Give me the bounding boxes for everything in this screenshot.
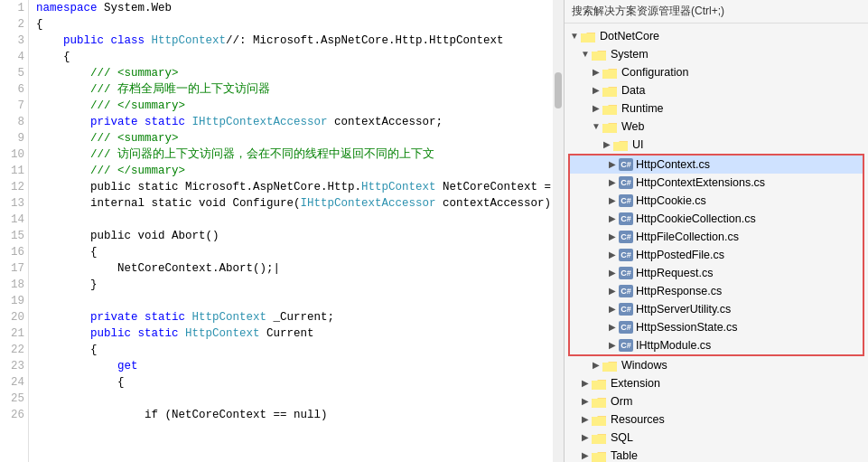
tree-item-httppostedfile[interactable]: ▶C#HttpPostedFile.cs <box>570 246 863 264</box>
tree-arrow[interactable]: ▶ <box>606 193 619 209</box>
folder-icon <box>592 448 608 462</box>
code-lines[interactable]: namespace System.Web{ public class HttpC… <box>29 0 553 462</box>
tree-arrow[interactable]: ▶ <box>606 156 619 173</box>
folder-icon <box>613 137 630 153</box>
tree-item-extension[interactable]: ▶Extension <box>565 374 868 392</box>
tree-arrow[interactable]: ▶ <box>606 337 619 354</box>
tree-item-label: Resources <box>611 411 665 428</box>
folder-icon <box>602 64 619 80</box>
tree-item-label: HttpResponse.cs <box>636 283 722 299</box>
tree-arrow[interactable]: ▶ <box>606 211 619 227</box>
svg-rect-5 <box>602 124 617 133</box>
svg-rect-4 <box>602 106 617 115</box>
tree-item-ihttpmodule[interactable]: ▶C#IHttpModule.cs <box>570 336 863 354</box>
code-line: /// 存档全局唯一的上下文访问器 <box>36 81 546 98</box>
folder-icon <box>592 375 608 391</box>
scrollbar-track[interactable] <box>553 0 564 462</box>
tree-item-label: Orm <box>611 393 632 410</box>
code-line: NetCoreContext.Abort();| <box>36 260 546 277</box>
tree-item-httpresponse[interactable]: ▶C#HttpResponse.cs <box>570 282 863 300</box>
tree-arrow[interactable]: ▶ <box>601 137 613 153</box>
tree-item-httpfilecollection[interactable]: ▶C#HttpFileCollection.cs <box>570 228 863 246</box>
red-border-group: ▶C#HttpContext.cs▶C#HttpContextExtension… <box>568 154 864 356</box>
scrollbar-thumb[interactable] <box>555 72 562 108</box>
explorer-header: 搜索解决方案资源管理器(Ctrl+;) <box>565 0 868 24</box>
tree-item-ui[interactable]: ▶UI <box>565 136 868 154</box>
tree-arrow[interactable]: ▶ <box>606 319 619 335</box>
tree-item-resources[interactable]: ▶Resources <box>565 410 868 429</box>
tree-item-label: HttpSessionState.cs <box>636 319 738 335</box>
code-line: /// </summary> <box>36 98 546 114</box>
tree-arrow[interactable]: ▶ <box>590 357 602 373</box>
tree-item-label: HttpServerUtility.cs <box>636 301 731 317</box>
tree-item-httpcontext[interactable]: ▶C#HttpContext.cs <box>570 156 863 174</box>
tree-item-httpcookiecollection[interactable]: ▶C#HttpCookieCollection.cs <box>570 210 863 228</box>
cs-file-icon: C# <box>619 176 633 189</box>
code-line: /// </summary> <box>36 163 546 179</box>
tree-arrow[interactable]: ▶ <box>590 100 602 117</box>
tree-item-windows[interactable]: ▶Windows <box>565 356 868 374</box>
tree-arrow[interactable]: ▶ <box>606 229 619 245</box>
tree-item-runtime[interactable]: ▶Runtime <box>565 99 868 118</box>
explorer-tree[interactable]: ▼DotNetCore▼System▶Configuration▶Data▶Ru… <box>565 24 868 462</box>
tree-item-data[interactable]: ▶Data <box>565 81 868 99</box>
code-line <box>36 212 546 228</box>
svg-rect-3 <box>602 88 617 97</box>
tree-item-label: HttpContextExtensions.cs <box>636 174 765 191</box>
svg-rect-6 <box>613 142 628 151</box>
tree-item-web[interactable]: ▼Web <box>565 118 868 136</box>
code-line: /// <summary> <box>36 130 546 146</box>
code-line: { <box>36 342 546 358</box>
tree-arrow[interactable]: ▼ <box>590 118 602 135</box>
tree-arrow[interactable]: ▶ <box>590 64 602 80</box>
svg-rect-12 <box>592 453 606 462</box>
code-line: { <box>36 244 546 260</box>
tree-item-orm[interactable]: ▶Orm <box>565 392 868 410</box>
tree-item-configuration[interactable]: ▶Configuration <box>565 63 868 81</box>
tree-item-label: HttpCookie.cs <box>636 193 706 209</box>
folder-icon <box>592 393 608 410</box>
folder-icon <box>602 100 619 117</box>
tree-arrow[interactable]: ▼ <box>579 46 592 62</box>
tree-arrow[interactable]: ▶ <box>590 82 602 99</box>
tree-arrow[interactable]: ▶ <box>606 247 619 263</box>
folder-icon <box>581 28 597 44</box>
tree-item-dotnetcore[interactable]: ▼DotNetCore <box>565 27 868 45</box>
tree-arrow[interactable]: ▶ <box>579 448 592 462</box>
tree-item-label: DotNetCore <box>600 28 659 44</box>
code-line: internal static void Configure(IHttpCont… <box>36 195 546 212</box>
svg-rect-7 <box>602 363 617 372</box>
tree-item-label: Windows <box>621 357 667 373</box>
code-line: public class HttpContext//: Microsoft.As… <box>36 33 546 49</box>
code-line <box>36 293 546 309</box>
code-line: { <box>36 16 546 33</box>
tree-arrow[interactable]: ▶ <box>606 301 619 317</box>
tree-item-system[interactable]: ▼System <box>565 45 868 63</box>
tree-arrow[interactable]: ▶ <box>606 174 619 191</box>
cs-file-icon: C# <box>619 321 633 334</box>
code-line: get <box>36 358 546 374</box>
tree-arrow[interactable]: ▼ <box>568 28 581 44</box>
tree-item-label: UI <box>632 137 644 153</box>
tree-item-httpcontextextensions[interactable]: ▶C#HttpContextExtensions.cs <box>570 174 863 192</box>
tree-item-sql[interactable]: ▶SQL <box>565 429 868 447</box>
tree-arrow[interactable]: ▶ <box>579 411 592 428</box>
tree-arrow[interactable]: ▶ <box>579 393 592 410</box>
tree-arrow[interactable]: ▶ <box>606 283 619 299</box>
tree-item-httpcookie[interactable]: ▶C#HttpCookie.cs <box>570 192 863 210</box>
tree-item-httpserverutility[interactable]: ▶C#HttpServerUtility.cs <box>570 300 863 318</box>
tree-item-httprequest[interactable]: ▶C#HttpRequest.cs <box>570 264 863 282</box>
code-line: { <box>36 374 546 391</box>
tree-arrow[interactable]: ▶ <box>606 265 619 281</box>
tree-arrow[interactable]: ▶ <box>579 375 592 391</box>
tree-item-label: IHttpModule.cs <box>636 337 711 354</box>
tree-item-httpsessionstate[interactable]: ▶C#HttpSessionState.cs <box>570 318 863 336</box>
code-line: public static HttpContext Current <box>36 325 546 342</box>
folder-icon <box>592 46 608 62</box>
tree-arrow[interactable]: ▶ <box>579 429 592 446</box>
svg-rect-8 <box>592 381 606 390</box>
tree-item-table[interactable]: ▶Table <box>565 447 868 462</box>
cs-file-icon: C# <box>619 267 633 279</box>
cs-file-icon: C# <box>619 249 633 261</box>
tree-item-label: HttpRequest.cs <box>636 265 713 281</box>
